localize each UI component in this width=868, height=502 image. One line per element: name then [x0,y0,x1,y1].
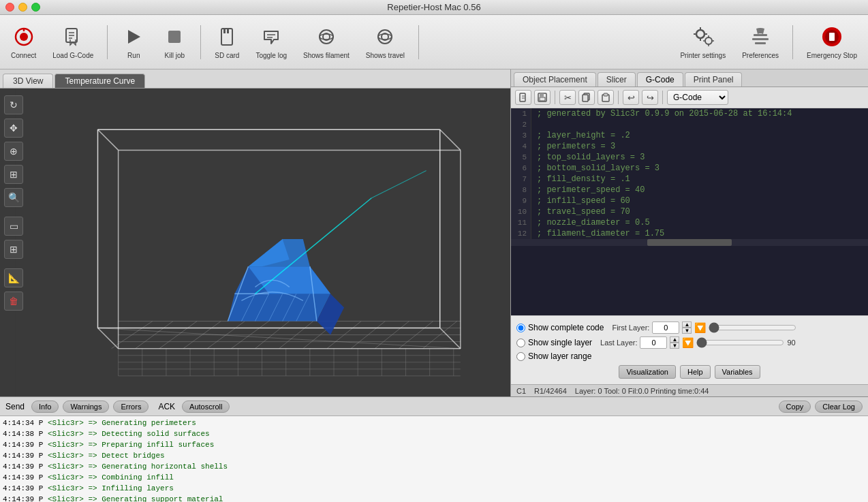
refresh-tool[interactable]: ↻ [4,95,23,114]
printer-settings-button[interactable]: Printer settings [675,22,731,62]
toggle-log-label: Toggle log [255,52,287,59]
first-layer-group: First Layer: ▲ ▼ 🔽 [612,321,796,334]
tab-object-placement[interactable]: Object Placement [514,72,596,87]
rotate-tool[interactable]: ⊞ [4,165,23,184]
tab-3d-view[interactable]: 3D View [3,74,53,88]
info-button[interactable]: Info [31,401,59,413]
log-time: 4:14:34 P [3,419,43,427]
move-tool[interactable]: ⊕ [4,142,23,161]
copy-button[interactable] [578,90,595,105]
tab-gcode[interactable]: G-Code [637,72,683,87]
svg-marker-7 [128,30,140,44]
first-layer-slider[interactable] [709,322,796,333]
grid-tool[interactable]: ⊞ [4,240,23,259]
connect-button[interactable]: Connect [5,22,42,62]
traffic-lights [5,3,40,12]
delete-tool[interactable]: 🗑 [4,292,23,311]
close-button[interactable] [5,3,14,12]
emergency-stop-button[interactable]: Emergency Stop [801,22,863,62]
autoscroll-button[interactable]: Autoscroll [182,401,230,413]
log-lines: 4:14:34 P <Slic3r> => Generating perimet… [3,418,865,502]
maximize-button[interactable] [31,3,40,12]
gcode-line[interactable]: 10; travel_speed = 70 [511,206,868,217]
load-gcode-label: Load G-Code [52,52,93,59]
minimize-button[interactable] [18,3,27,12]
first-layer-label: First Layer: [612,324,649,332]
undo-button[interactable]: ↩ [623,90,639,105]
zoom-tool[interactable]: 🔍 [4,188,23,207]
gcode-line[interactable]: 8; perimeter_speed = 40 [511,185,868,195]
ack-label: ACK [158,402,175,411]
run-button[interactable]: Run [116,22,151,62]
kill-job-label: Kill job [165,52,185,59]
gcode-line[interactable]: 1; generated by Slic3r 0.9.9 on 2015-06-… [511,108,868,119]
sd-card-button[interactable]: SD card [209,22,245,62]
help-button[interactable]: Help [680,365,711,379]
first-layer-up[interactable]: ▲ [682,321,692,328]
tab-temperature-curve[interactable]: Temperature Curve [55,74,145,88]
last-layer-slider[interactable] [696,337,784,348]
line-content: ; travel_speed = 70 [531,206,636,217]
show-complete-code-option[interactable]: Show complete code [516,323,604,332]
load-gcode-button[interactable]: Load G-Code [47,22,99,62]
log-line: 4:14:39 P <Slic3r> => Preparing infill s… [3,439,865,450]
gcode-line[interactable]: 12; filament_diameter = 1.75 [511,228,868,239]
gcode-line[interactable]: 7; fill_density = .1 [511,174,868,185]
shows-travel-button[interactable]: Shows travel [360,22,410,62]
log-time: 4:14:39 P [3,473,43,482]
preferences-icon [748,25,773,49]
last-layer-up[interactable]: ▲ [670,336,679,343]
show-complete-code-radio[interactable] [516,324,525,332]
paste-button[interactable] [598,90,614,105]
warnings-button[interactable]: Warnings [63,401,109,413]
clear-log-button[interactable]: Clear Log [815,401,863,413]
show-layer-range-option[interactable]: Show layer range [516,351,591,361]
line-content: ; fill_density = .1 [531,174,636,185]
first-layer-input[interactable] [652,321,679,334]
cut-button[interactable]: ✂ [559,90,576,105]
toolbar-separator-2 [200,25,201,59]
redo-button[interactable]: ↪ [642,90,658,105]
gcode-line[interactable]: 6; bottom_solid_layers = 3 [511,163,868,174]
option-buttons-row: Visualization Help Variables [516,365,863,379]
first-layer-down[interactable]: ▼ [682,328,692,334]
variables-button[interactable]: Variables [715,365,760,379]
option-row-1: Show complete code First Layer: ▲ ▼ 🔽 [516,321,863,334]
show-layer-range-radio[interactable] [516,352,525,361]
pan-tool[interactable]: ✥ [4,119,23,138]
kill-job-button[interactable]: Kill job [157,22,192,62]
show-single-layer-option[interactable]: Show single layer [516,338,592,347]
measure-tool[interactable]: 📐 [4,268,23,287]
tab-print-panel[interactable]: Print Panel [685,72,743,87]
log-line: 4:14:38 P <Slic3r> => Detecting solid su… [3,428,865,439]
gcode-horizontal-scrollbar[interactable] [511,239,868,246]
svg-rect-10 [223,29,226,33]
gcode-line[interactable]: 4; perimeters = 3 [511,141,868,152]
show-single-layer-radio[interactable] [516,339,525,347]
log-line: 4:14:39 P <Slic3r> => Infilling layers [3,483,865,494]
last-layer-input[interactable] [640,336,667,349]
errors-button[interactable]: Errors [113,401,149,413]
toggle-log-button[interactable]: Toggle log [250,22,292,62]
plane-tool[interactable]: ▭ [4,217,23,236]
svg-point-19 [378,34,392,40]
tab-slicer[interactable]: Slicer [598,72,636,87]
visualization-button[interactable]: Visualization [619,365,676,379]
shows-filament-button[interactable]: Shows filament [298,22,355,62]
last-layer-down[interactable]: ▼ [670,343,679,349]
gcode-editor[interactable]: 1; generated by Slic3r 0.9.9 on 2015-06-… [511,108,868,315]
gcode-line[interactable]: 11; nozzle_diameter = 0.5 [511,217,868,228]
save-file-button[interactable] [534,90,551,105]
gcode-type-select[interactable]: G-Code [667,90,728,105]
options-panel: Show complete code First Layer: ▲ ▼ 🔽 [511,315,868,384]
gcode-line[interactable]: 9; infill_speed = 60 [511,195,868,206]
new-file-button[interactable] [515,90,531,105]
preferences-button[interactable]: Preferences [737,22,784,62]
gcode-line[interactable]: 3; layer_height = .2 [511,130,868,141]
gcode-scrollbar-thumb[interactable] [647,239,732,246]
copy-log-button[interactable]: Copy [779,401,811,413]
last-layer-label: Last Layer: [600,339,637,347]
gcode-line[interactable]: 2 [511,119,868,130]
3d-viewport[interactable]: ↻ ✥ ⊕ ⊞ 🔍 ▭ ⊞ 📐 🗑 [0,89,510,396]
gcode-line[interactable]: 5; top_solid_layers = 3 [511,152,868,163]
